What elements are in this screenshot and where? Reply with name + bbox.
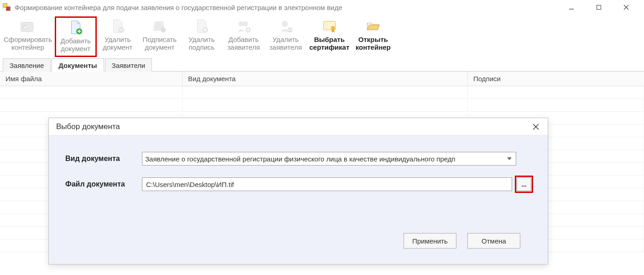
label-doctype: Вид документа: [65, 155, 142, 163]
minimize-button[interactable]: [562, 1, 581, 14]
col-filename: Имя файла: [0, 72, 183, 86]
toolbar-label-2: контейнер: [11, 43, 44, 51]
documents-table-header: Имя файла Вид документа Подписи: [0, 72, 644, 86]
tab-documents[interactable]: Документы: [52, 58, 104, 72]
dialog-titlebar: Выбор документа: [49, 118, 548, 135]
toolbar-label-2: подпись: [188, 43, 215, 51]
row-doctype: Вид документа Заявление о государственно…: [65, 152, 531, 166]
table-row[interactable]: [0, 86, 644, 99]
toolbar-label: Добавить: [61, 37, 91, 45]
toolbar-label: Открыть: [358, 36, 388, 43]
row-file: Файл документа ...: [65, 177, 531, 191]
toolbar-add-document[interactable]: Добавить документ: [55, 16, 97, 57]
toolbar-sign-document[interactable]: Подписать документ: [139, 16, 181, 57]
tab-applicants[interactable]: Заявители: [105, 58, 152, 72]
toolbar-label-2: контейнер: [356, 43, 391, 51]
toolbar-label-2: заявителя: [269, 43, 302, 51]
tabs-bar: Заявление Документы Заявители: [0, 58, 644, 72]
add-applicant-icon: [235, 18, 253, 35]
window-title: Формирование контейнера для подачи заявл…: [15, 4, 562, 11]
svg-point-17: [330, 26, 335, 30]
toolbar-label: Сформировать: [4, 36, 52, 43]
toolbar-label-2: заявителя: [227, 43, 260, 51]
open-container-icon: [364, 18, 382, 35]
doctype-select-wrap: Заявление о государственной регистрации …: [142, 152, 516, 166]
table-row[interactable]: [0, 99, 644, 112]
delete-sign-icon: [193, 18, 211, 35]
tab-application[interactable]: Заявление: [3, 58, 51, 72]
toolbar-label-2: документ: [145, 43, 174, 51]
window-controls: [562, 1, 641, 14]
toolbar-delete-applicant[interactable]: Удалить заявителя: [265, 16, 307, 57]
delete-applicant-icon: [277, 18, 295, 35]
svg-point-9: [161, 27, 166, 32]
browse-button[interactable]: ...: [517, 177, 531, 191]
toolbar-label: Удалить: [272, 36, 298, 43]
main-toolbar: Сформировать контейнер Добавить документ…: [0, 15, 644, 57]
svg-point-12: [243, 21, 248, 26]
toolbar-label-2: документ: [61, 45, 90, 52]
app-icon: [3, 3, 11, 11]
file-path-input[interactable]: [142, 177, 512, 191]
toolbar-label-2: документ: [103, 43, 132, 51]
toolbar-label-2: сертификат: [309, 43, 350, 51]
col-signs: Подписи: [468, 72, 644, 86]
toolbar-create-container[interactable]: Сформировать контейнер: [1, 16, 55, 57]
apply-button[interactable]: Применить: [403, 233, 456, 249]
cancel-button[interactable]: Отмена: [467, 233, 520, 249]
choose-document-dialog: Выбор документа Вид документа Заявление …: [48, 118, 548, 265]
toolbar-open-container[interactable]: Открыть контейнер: [352, 16, 394, 57]
sign-icon: [151, 18, 169, 35]
window-titlebar: Формирование контейнера для подачи заявл…: [0, 0, 644, 15]
dialog-body: Вид документа Заявление о государственно…: [49, 135, 548, 264]
toolbar-label: Подписать: [143, 36, 177, 43]
toolbar-label: Удалить: [188, 36, 215, 43]
label-file: Файл документа: [65, 180, 142, 188]
svg-point-14: [282, 21, 288, 27]
dialog-buttons: Применить Отмена: [403, 233, 520, 249]
maximize-button[interactable]: [589, 1, 608, 14]
toolbar-label: Выбрать: [314, 36, 345, 43]
toolbar-label: Добавить: [229, 36, 259, 43]
toolbar-choose-certificate[interactable]: Выбрать сертификат: [307, 16, 352, 57]
document-delete-icon: [109, 18, 127, 35]
doctype-select[interactable]: Заявление о государственной регистрации …: [142, 152, 516, 166]
toolbar-add-applicant[interactable]: Добавить заявителя: [223, 16, 265, 57]
container-icon: [19, 18, 37, 35]
col-doctype: Вид документа: [183, 72, 468, 86]
dialog-title: Выбор документа: [56, 122, 120, 131]
certificate-icon: [320, 18, 339, 35]
close-button[interactable]: [617, 1, 636, 14]
toolbar-delete-document[interactable]: Удалить документ: [97, 16, 139, 57]
toolbar-delete-sign[interactable]: Удалить подпись: [181, 16, 223, 57]
svg-rect-1: [597, 5, 601, 10]
dialog-close-button[interactable]: [530, 121, 541, 132]
document-add-icon: [67, 20, 85, 36]
toolbar-label: Удалить: [105, 36, 131, 43]
